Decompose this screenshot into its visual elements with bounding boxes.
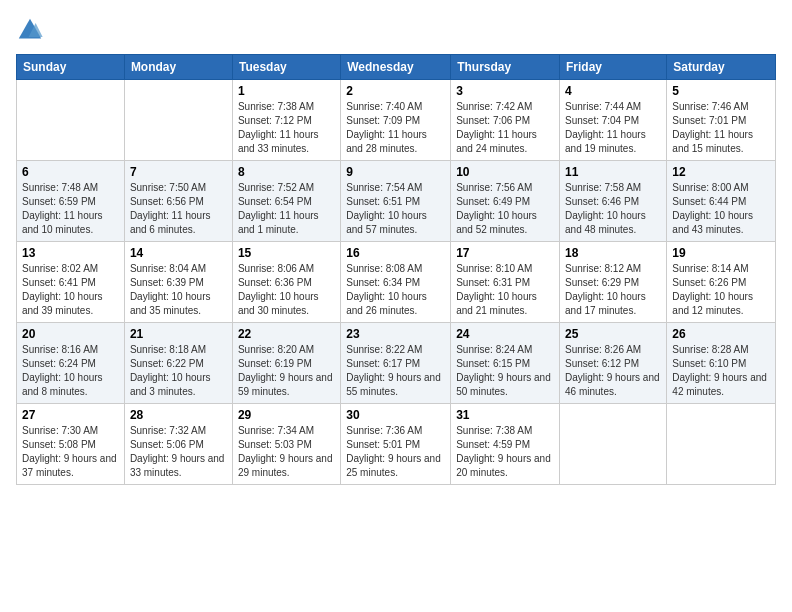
day-info: Sunrise: 7:50 AM Sunset: 6:56 PM Dayligh… [130,181,227,237]
day-number: 5 [672,84,770,98]
week-row-1: 1Sunrise: 7:38 AM Sunset: 7:12 PM Daylig… [17,80,776,161]
day-info: Sunrise: 7:54 AM Sunset: 6:51 PM Dayligh… [346,181,445,237]
week-row-5: 27Sunrise: 7:30 AM Sunset: 5:08 PM Dayli… [17,404,776,485]
day-info: Sunrise: 8:08 AM Sunset: 6:34 PM Dayligh… [346,262,445,318]
page-header [16,16,776,44]
header-day-wednesday: Wednesday [341,55,451,80]
header-row: SundayMondayTuesdayWednesdayThursdayFrid… [17,55,776,80]
day-number: 17 [456,246,554,260]
calendar-cell: 4Sunrise: 7:44 AM Sunset: 7:04 PM Daylig… [560,80,667,161]
calendar-cell: 22Sunrise: 8:20 AM Sunset: 6:19 PM Dayli… [232,323,340,404]
calendar-cell: 26Sunrise: 8:28 AM Sunset: 6:10 PM Dayli… [667,323,776,404]
day-number: 15 [238,246,335,260]
calendar-cell: 19Sunrise: 8:14 AM Sunset: 6:26 PM Dayli… [667,242,776,323]
day-info: Sunrise: 8:16 AM Sunset: 6:24 PM Dayligh… [22,343,119,399]
calendar-cell: 6Sunrise: 7:48 AM Sunset: 6:59 PM Daylig… [17,161,125,242]
day-info: Sunrise: 8:06 AM Sunset: 6:36 PM Dayligh… [238,262,335,318]
day-info: Sunrise: 8:12 AM Sunset: 6:29 PM Dayligh… [565,262,661,318]
day-number: 12 [672,165,770,179]
calendar-cell: 7Sunrise: 7:50 AM Sunset: 6:56 PM Daylig… [124,161,232,242]
day-number: 10 [456,165,554,179]
calendar-cell: 3Sunrise: 7:42 AM Sunset: 7:06 PM Daylig… [451,80,560,161]
day-number: 7 [130,165,227,179]
day-info: Sunrise: 8:10 AM Sunset: 6:31 PM Dayligh… [456,262,554,318]
day-number: 27 [22,408,119,422]
week-row-2: 6Sunrise: 7:48 AM Sunset: 6:59 PM Daylig… [17,161,776,242]
calendar-cell: 30Sunrise: 7:36 AM Sunset: 5:01 PM Dayli… [341,404,451,485]
day-info: Sunrise: 7:32 AM Sunset: 5:06 PM Dayligh… [130,424,227,480]
day-number: 4 [565,84,661,98]
calendar-cell: 12Sunrise: 8:00 AM Sunset: 6:44 PM Dayli… [667,161,776,242]
calendar-header: SundayMondayTuesdayWednesdayThursdayFrid… [17,55,776,80]
calendar-cell: 20Sunrise: 8:16 AM Sunset: 6:24 PM Dayli… [17,323,125,404]
calendar-cell: 1Sunrise: 7:38 AM Sunset: 7:12 PM Daylig… [232,80,340,161]
day-number: 3 [456,84,554,98]
day-number: 29 [238,408,335,422]
week-row-4: 20Sunrise: 8:16 AM Sunset: 6:24 PM Dayli… [17,323,776,404]
calendar-cell [124,80,232,161]
day-info: Sunrise: 7:44 AM Sunset: 7:04 PM Dayligh… [565,100,661,156]
header-day-saturday: Saturday [667,55,776,80]
calendar-cell: 8Sunrise: 7:52 AM Sunset: 6:54 PM Daylig… [232,161,340,242]
calendar-cell: 5Sunrise: 7:46 AM Sunset: 7:01 PM Daylig… [667,80,776,161]
calendar-cell [560,404,667,485]
day-info: Sunrise: 8:24 AM Sunset: 6:15 PM Dayligh… [456,343,554,399]
day-number: 8 [238,165,335,179]
logo-icon [16,16,44,44]
day-info: Sunrise: 8:14 AM Sunset: 6:26 PM Dayligh… [672,262,770,318]
calendar-cell: 15Sunrise: 8:06 AM Sunset: 6:36 PM Dayli… [232,242,340,323]
day-info: Sunrise: 7:48 AM Sunset: 6:59 PM Dayligh… [22,181,119,237]
day-info: Sunrise: 7:36 AM Sunset: 5:01 PM Dayligh… [346,424,445,480]
calendar-table: SundayMondayTuesdayWednesdayThursdayFrid… [16,54,776,485]
calendar-cell: 29Sunrise: 7:34 AM Sunset: 5:03 PM Dayli… [232,404,340,485]
day-info: Sunrise: 7:38 AM Sunset: 4:59 PM Dayligh… [456,424,554,480]
day-number: 30 [346,408,445,422]
day-info: Sunrise: 8:26 AM Sunset: 6:12 PM Dayligh… [565,343,661,399]
calendar-cell: 2Sunrise: 7:40 AM Sunset: 7:09 PM Daylig… [341,80,451,161]
header-day-monday: Monday [124,55,232,80]
calendar-cell: 31Sunrise: 7:38 AM Sunset: 4:59 PM Dayli… [451,404,560,485]
day-number: 25 [565,327,661,341]
day-number: 22 [238,327,335,341]
day-number: 2 [346,84,445,98]
day-number: 20 [22,327,119,341]
calendar-cell: 27Sunrise: 7:30 AM Sunset: 5:08 PM Dayli… [17,404,125,485]
calendar-cell: 28Sunrise: 7:32 AM Sunset: 5:06 PM Dayli… [124,404,232,485]
day-info: Sunrise: 8:04 AM Sunset: 6:39 PM Dayligh… [130,262,227,318]
day-info: Sunrise: 7:30 AM Sunset: 5:08 PM Dayligh… [22,424,119,480]
day-number: 13 [22,246,119,260]
day-info: Sunrise: 7:34 AM Sunset: 5:03 PM Dayligh… [238,424,335,480]
calendar-cell [667,404,776,485]
day-info: Sunrise: 7:52 AM Sunset: 6:54 PM Dayligh… [238,181,335,237]
day-number: 24 [456,327,554,341]
day-number: 16 [346,246,445,260]
day-number: 23 [346,327,445,341]
calendar-cell: 17Sunrise: 8:10 AM Sunset: 6:31 PM Dayli… [451,242,560,323]
header-day-friday: Friday [560,55,667,80]
day-number: 11 [565,165,661,179]
day-info: Sunrise: 7:42 AM Sunset: 7:06 PM Dayligh… [456,100,554,156]
day-info: Sunrise: 7:40 AM Sunset: 7:09 PM Dayligh… [346,100,445,156]
day-number: 19 [672,246,770,260]
day-number: 14 [130,246,227,260]
calendar-cell: 24Sunrise: 8:24 AM Sunset: 6:15 PM Dayli… [451,323,560,404]
calendar-cell: 21Sunrise: 8:18 AM Sunset: 6:22 PM Dayli… [124,323,232,404]
day-number: 1 [238,84,335,98]
day-info: Sunrise: 7:46 AM Sunset: 7:01 PM Dayligh… [672,100,770,156]
calendar-cell: 16Sunrise: 8:08 AM Sunset: 6:34 PM Dayli… [341,242,451,323]
calendar-cell: 10Sunrise: 7:56 AM Sunset: 6:49 PM Dayli… [451,161,560,242]
calendar-cell: 14Sunrise: 8:04 AM Sunset: 6:39 PM Dayli… [124,242,232,323]
day-number: 26 [672,327,770,341]
day-number: 18 [565,246,661,260]
calendar-cell: 9Sunrise: 7:54 AM Sunset: 6:51 PM Daylig… [341,161,451,242]
calendar-cell: 11Sunrise: 7:58 AM Sunset: 6:46 PM Dayli… [560,161,667,242]
day-number: 9 [346,165,445,179]
day-number: 6 [22,165,119,179]
calendar-cell [17,80,125,161]
calendar-cell: 25Sunrise: 8:26 AM Sunset: 6:12 PM Dayli… [560,323,667,404]
calendar-cell: 13Sunrise: 8:02 AM Sunset: 6:41 PM Dayli… [17,242,125,323]
day-number: 28 [130,408,227,422]
week-row-3: 13Sunrise: 8:02 AM Sunset: 6:41 PM Dayli… [17,242,776,323]
header-day-sunday: Sunday [17,55,125,80]
day-info: Sunrise: 7:38 AM Sunset: 7:12 PM Dayligh… [238,100,335,156]
